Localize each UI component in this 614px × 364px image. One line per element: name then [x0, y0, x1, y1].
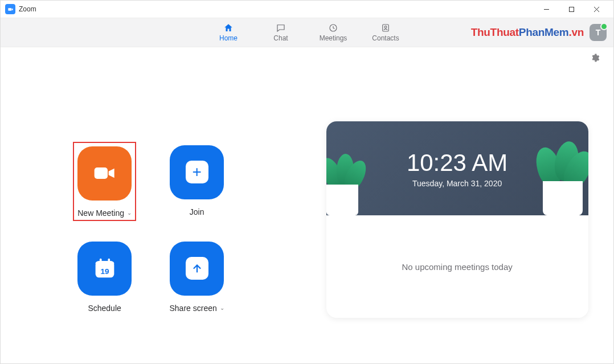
- tab-label: Chat: [273, 34, 288, 42]
- calendar-icon: 19: [93, 257, 116, 280]
- titlebar: Zoom: [1, 1, 613, 18]
- tab-label: Contacts: [372, 34, 399, 42]
- main-content: New Meeting ⌄ + Join: [1, 70, 613, 364]
- watermark-text: ThuThuatPhanMem.vn: [471, 26, 584, 39]
- svg-text:19: 19: [100, 267, 109, 276]
- join-button[interactable]: +: [170, 145, 224, 199]
- share-screen-label-row[interactable]: Share screen ⌄: [169, 304, 224, 313]
- svg-rect-9: [95, 261, 114, 265]
- arrow-up-icon: [186, 257, 208, 280]
- schedule-button[interactable]: 19: [77, 242, 132, 296]
- clock-header: 10:23 AM Tuesday, March 31, 2020: [326, 121, 588, 215]
- video-icon: [93, 165, 116, 181]
- upcoming-meetings: No upcoming meetings today: [326, 215, 588, 318]
- chevron-down-icon: ⌄: [127, 210, 132, 216]
- top-toolbar: Home Chat Meetings Contacts ThuThuatPhan…: [1, 18, 613, 47]
- pot-decoration-left: [326, 185, 358, 215]
- action-label: New Meeting: [77, 208, 124, 218]
- chat-icon: [275, 23, 286, 33]
- no-meetings-text: No upcoming meetings today: [402, 262, 512, 272]
- avatar-initial: T: [596, 28, 601, 37]
- home-icon: [223, 23, 234, 33]
- tab-contacts[interactable]: Contacts: [370, 23, 402, 42]
- clock-date: Tuesday, March 31, 2020: [412, 179, 502, 188]
- new-meeting-highlight: New Meeting ⌄: [73, 142, 136, 221]
- window-title: Zoom: [19, 5, 36, 13]
- action-label: Join: [190, 207, 204, 216]
- tab-label: Home: [219, 34, 238, 42]
- new-meeting-button[interactable]: [77, 146, 132, 201]
- settings-button[interactable]: [590, 53, 600, 65]
- pot-decoration-right: [543, 181, 583, 215]
- zoom-app-icon: [5, 4, 15, 14]
- svg-rect-10: [100, 259, 102, 263]
- gear-icon: [590, 53, 600, 63]
- info-panel: 10:23 AM Tuesday, March 31, 2020 No upco…: [301, 70, 613, 364]
- window-controls: [534, 1, 609, 18]
- profile-avatar[interactable]: T: [590, 24, 607, 41]
- new-meeting-label-row[interactable]: New Meeting ⌄: [77, 208, 132, 218]
- plus-icon: +: [186, 161, 208, 183]
- action-label: Schedule: [88, 304, 121, 313]
- tab-chat[interactable]: Chat: [265, 23, 297, 42]
- clock-card: 10:23 AM Tuesday, March 31, 2020 No upco…: [326, 121, 588, 318]
- share-screen-button[interactable]: [170, 242, 224, 296]
- svg-point-6: [384, 26, 387, 28]
- tab-label: Meetings: [320, 34, 347, 42]
- action-label: Share screen: [169, 304, 216, 313]
- tab-meetings[interactable]: Meetings: [317, 23, 349, 42]
- chevron-down-icon: ⌄: [220, 305, 224, 311]
- clock-time: 10:23 AM: [407, 149, 507, 177]
- svg-rect-7: [94, 167, 107, 179]
- contacts-icon: [380, 23, 391, 33]
- tab-home[interactable]: Home: [212, 23, 244, 42]
- maximize-button[interactable]: [559, 1, 584, 18]
- actions-panel: New Meeting ⌄ + Join: [1, 70, 301, 364]
- minimize-button[interactable]: [534, 1, 559, 18]
- close-button[interactable]: [584, 1, 609, 18]
- clock-icon: [328, 23, 339, 33]
- svg-rect-11: [108, 259, 110, 263]
- svg-rect-1: [569, 7, 574, 11]
